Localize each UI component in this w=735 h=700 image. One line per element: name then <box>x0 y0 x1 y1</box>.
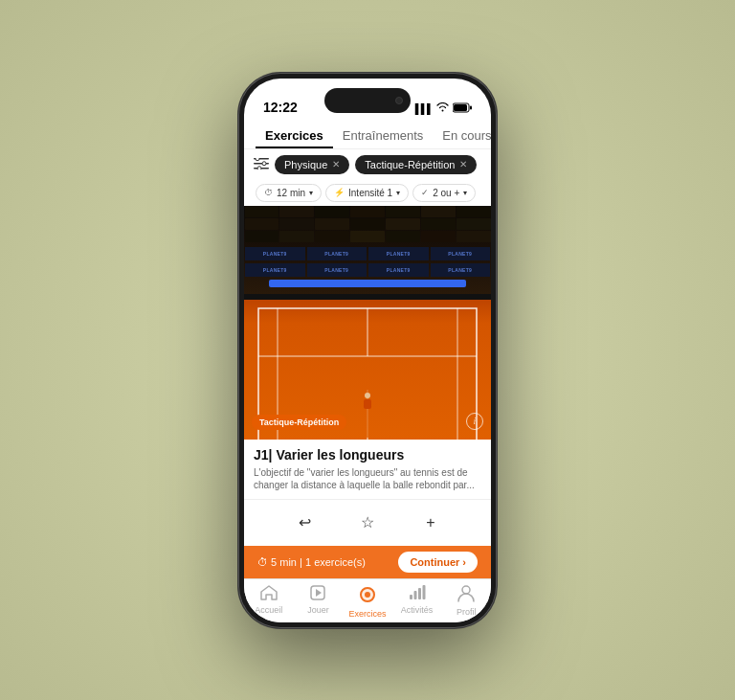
sponsor-planet9-2: PLANET9 <box>307 247 368 260</box>
nav-accueil[interactable]: Accueil <box>244 585 294 619</box>
svg-point-8 <box>257 166 261 169</box>
exercise-description: L'objectif de "varier les longueurs" au … <box>254 466 481 491</box>
sponsor-planet9-1: PLANET9 <box>245 247 305 260</box>
sub-filters: ⏱ 12 min ▾ ⚡ Intensité 1 ▾ ✓ 2 ou + ▾ <box>244 180 491 206</box>
add-button[interactable]: + <box>415 508 446 538</box>
svg-point-25 <box>462 586 470 594</box>
player-head <box>365 393 370 398</box>
svg-rect-22 <box>413 591 416 599</box>
nav-exercices[interactable]: Exercices <box>343 585 392 619</box>
info-icon[interactable]: i <box>466 413 483 430</box>
phone-frame: 12:22 ▌▌▌ <box>238 73 497 628</box>
exercise-info: J1| Varier les longueurs L'objectif de "… <box>244 440 491 499</box>
filter-bar: Physique ✕ Tactique-Répétition ✕ <box>244 149 491 180</box>
activities-icon <box>409 585 426 603</box>
sponsor-planet9-3: PLANET9 <box>368 247 429 260</box>
svg-rect-4 <box>254 163 269 165</box>
chevron-icon-2: ▾ <box>396 189 400 197</box>
wifi-icon <box>436 102 449 114</box>
blue-highlight-bar <box>269 280 466 287</box>
sub-filter-intensity[interactable]: ⚡ Intensité 1 ▾ <box>325 184 409 202</box>
court-container: PLANET9 PLANET9 PLANET9 PLANET9 PLANET9 … <box>244 206 491 440</box>
nav-jouer-label: Jouer <box>307 605 329 615</box>
svg-marker-17 <box>316 589 322 597</box>
tab-en-cours[interactable]: En cours <box>433 121 491 148</box>
status-icons: ▌▌▌ <box>415 102 472 115</box>
bottom-nav: Accueil Jouer <box>244 578 491 622</box>
bottom-bar-info: ⏱ 5 min | 1 exercice(s) <box>257 556 366 568</box>
exercise-title: J1| Varier les longueurs <box>254 447 481 463</box>
filter-chip-tactique-close[interactable]: ✕ <box>459 159 467 169</box>
signal-icon: ▌▌▌ <box>415 103 433 114</box>
bottom-bar: ⏱ 5 min | 1 exercice(s) Continuer › <box>244 546 491 578</box>
sub-filter-time[interactable]: ⏱ 12 min ▾ <box>256 184 322 202</box>
tab-entrainements[interactable]: Entraînements <box>333 121 434 148</box>
phone-screen: 12:22 ▌▌▌ <box>244 79 491 622</box>
dynamic-island <box>324 88 411 113</box>
clock-icon: ⏱ <box>264 188 273 197</box>
nav-exercices-label: Exercices <box>348 609 386 619</box>
status-time: 12:22 <box>263 100 298 115</box>
svg-rect-21 <box>410 595 412 599</box>
sponsor-planet9-5: PLANET9 <box>245 263 305 277</box>
category-badge: Tactique-Répétition <box>252 415 346 430</box>
intensity-icon: ⚡ <box>334 188 345 197</box>
sponsor-board-2: PLANET9 PLANET9 PLANET9 PLANET9 <box>244 263 491 277</box>
nav-accueil-label: Accueil <box>255 605 282 615</box>
nav-activites[interactable]: Activités <box>392 585 442 619</box>
action-buttons: ↩ ☆ + <box>244 499 491 546</box>
svg-point-20 <box>365 592 370 598</box>
nav-activites-label: Activités <box>401 605 434 615</box>
sponsor-board-1: PLANET9 PLANET9 PLANET9 PLANET9 <box>244 247 491 260</box>
home-icon <box>260 585 278 603</box>
exercises-icon <box>358 585 377 607</box>
sponsor-planet9-7: PLANET9 <box>368 263 429 277</box>
nav-profil-label: Profil <box>457 607 477 617</box>
continue-button[interactable]: Continuer › <box>398 552 478 573</box>
play-icon <box>310 585 325 603</box>
filter-icon[interactable] <box>254 157 269 172</box>
camera-dot <box>395 97 403 104</box>
exercise-card: PLANET9 PLANET9 PLANET9 PLANET9 PLANET9 … <box>244 206 491 546</box>
sub-filter-players[interactable]: ✓ 2 ou + ▾ <box>412 184 476 202</box>
player-body <box>364 399 371 409</box>
svg-rect-2 <box>470 105 472 109</box>
chevron-icon-3: ▾ <box>463 189 467 197</box>
player-figure <box>362 393 373 410</box>
filter-chip-physique[interactable]: Physique ✕ <box>275 155 349 174</box>
nav-profil[interactable]: Profil <box>441 585 491 619</box>
back-button[interactable]: ↩ <box>289 508 320 538</box>
nav-tabs: Exercices Entraînements En cours M <box>244 121 491 149</box>
filter-chip-tactique[interactable]: Tactique-Répétition ✕ <box>355 155 477 174</box>
sponsor-planet9-6: PLANET9 <box>307 263 368 277</box>
players-icon: ✓ <box>421 188 429 197</box>
chevron-icon: ▾ <box>309 189 313 197</box>
svg-point-7 <box>262 161 266 165</box>
favorite-button[interactable]: ☆ <box>352 508 383 538</box>
nav-jouer[interactable]: Jouer <box>294 585 344 619</box>
filter-chip-physique-close[interactable]: ✕ <box>332 159 340 169</box>
svg-rect-1 <box>454 104 467 111</box>
sponsor-planet9-8: PLANET9 <box>431 263 491 277</box>
svg-rect-23 <box>418 588 421 599</box>
svg-rect-24 <box>422 585 425 599</box>
sponsor-planet9-4: PLANET9 <box>431 247 491 260</box>
tab-exercices[interactable]: Exercices <box>256 121 333 148</box>
svg-point-6 <box>256 158 259 161</box>
battery-icon <box>453 102 472 115</box>
profile-icon <box>457 585 475 605</box>
